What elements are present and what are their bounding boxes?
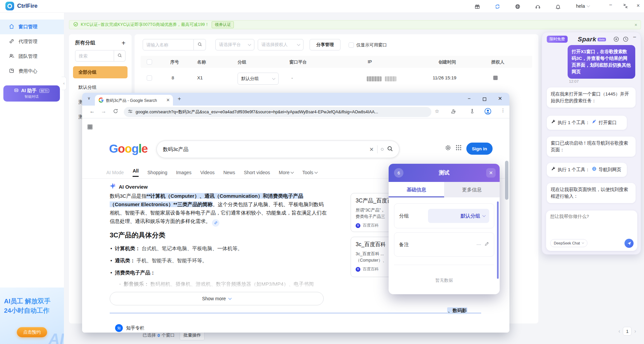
profile-avatar-icon[interactable]	[485, 108, 491, 116]
show-more-button[interactable]: Show more	[110, 292, 324, 305]
window-close-button[interactable]: ×	[637, 3, 640, 9]
modal-close-button[interactable]: ✕	[486, 168, 496, 178]
promo-cta-button[interactable]: 点击预约	[17, 327, 47, 337]
tab-tools[interactable]: Tools	[302, 170, 317, 175]
next-page-icon[interactable]: ›	[634, 328, 636, 334]
banner-close-icon[interactable]: ×	[635, 22, 637, 28]
logo-letter: o	[118, 142, 124, 155]
row-group-select[interactable]: 默认分组	[238, 73, 279, 85]
tab-images[interactable]: Images	[176, 170, 191, 175]
platform-filter-select[interactable]: 请选择平台	[215, 39, 254, 50]
page-number[interactable]: 1	[623, 327, 632, 336]
chrome-close-button[interactable]: ✕	[498, 95, 502, 102]
prev-page-icon[interactable]: ‹	[618, 328, 620, 334]
forward-icon[interactable]: →	[101, 108, 106, 114]
authorizer-filter-select[interactable]: 请选择授权人	[258, 39, 303, 50]
tab-short-videos[interactable]: Short videos	[244, 170, 270, 175]
sidebar-item-team[interactable]: 团队管理	[0, 49, 64, 64]
google-query-input[interactable]	[163, 147, 366, 152]
send-button[interactable]	[624, 239, 634, 248]
tab-close-icon[interactable]: ✕	[166, 98, 170, 103]
tab-shopping[interactable]: Shopping	[147, 170, 167, 175]
gift-icon[interactable]	[474, 3, 480, 10]
group-field-label: 分组	[399, 213, 409, 219]
new-tab-button[interactable]: +	[178, 95, 181, 102]
sidebar-item-proxy[interactable]: 代理管理	[0, 34, 64, 49]
user-menu[interactable]: hela	[576, 3, 589, 9]
citation-link-icon[interactable]	[212, 219, 219, 227]
divider	[110, 313, 481, 313]
search-icon[interactable]	[387, 146, 393, 153]
window-restore-button[interactable]	[623, 4, 628, 10]
mic-icon[interactable]	[381, 148, 384, 151]
select-all-checkbox[interactable]	[147, 59, 152, 65]
chrome-minimize-button[interactable]: −	[468, 95, 471, 101]
tab-more-info[interactable]: 更多信息	[444, 182, 500, 197]
tab-news[interactable]: News	[223, 170, 235, 175]
add-group-button[interactable]: +	[121, 40, 126, 46]
window-minimize-button[interactable]: −	[609, 2, 612, 8]
group-search-input[interactable]	[75, 50, 114, 62]
globe-icon[interactable]	[514, 3, 521, 10]
tab-ai-mode[interactable]: AI Mode	[106, 170, 124, 175]
spark-beta-badge: Beta	[598, 38, 606, 41]
tab-search-chevron-icon[interactable]: ∨	[87, 96, 91, 101]
tab-all[interactable]: All	[133, 168, 139, 177]
selected-count: 0	[157, 333, 160, 338]
col-ip: IP	[368, 59, 372, 64]
history-clock-icon[interactable]	[623, 36, 629, 43]
modal-scrollbar-thumb[interactable]	[497, 201, 499, 279]
group-item-all[interactable]: 全部分组	[73, 66, 128, 78]
chat-input[interactable]	[550, 214, 633, 219]
row-checkbox[interactable]	[147, 75, 152, 81]
omnibox[interactable]: google.com/search?q=数码3c产品&sca_esv=e0a4a…	[124, 107, 431, 117]
apps-grid-icon[interactable]	[456, 145, 462, 152]
name-filter-input[interactable]	[143, 39, 194, 50]
sign-in-button[interactable]: Sign in	[466, 143, 493, 155]
group-field-select[interactable]: 默认分组	[428, 209, 489, 223]
extensions-puzzle-icon[interactable]	[451, 109, 456, 115]
model-select[interactable]: DeepSeek Chat	[550, 239, 587, 247]
user-name: hela	[576, 3, 585, 9]
share-manage-button[interactable]: 分享管理	[310, 39, 341, 50]
sidebar-collapse-handle[interactable]: ‹	[62, 77, 67, 90]
tool-call-message: 执行 1 个工具： 打开窗口	[547, 116, 627, 130]
group-item-default[interactable]: 默认分组	[73, 82, 128, 93]
reload-icon[interactable]	[113, 109, 118, 115]
result-source[interactable]: 知 知乎专栏	[115, 324, 144, 332]
chrome-restore-button[interactable]	[482, 97, 487, 103]
chrome-menu-icon[interactable]: ⋮	[501, 108, 505, 113]
promo-banner[interactable]: AI员工 解放双手 24小时自动工作 点击预约 AI	[0, 288, 64, 344]
tab-videos[interactable]: Videos	[200, 170, 215, 175]
headset-icon[interactable]	[534, 3, 541, 10]
new-chat-icon[interactable]	[613, 36, 619, 43]
banner-action-button[interactable]: 领券认证	[212, 21, 234, 28]
google-logo[interactable]: Google	[109, 142, 148, 155]
grid-icon[interactable]	[87, 124, 93, 131]
sidebar-item-billing[interactable]: 费用中心	[0, 64, 64, 79]
settings-gear-icon[interactable]	[445, 145, 451, 152]
group-field-value: 默认分组	[461, 213, 480, 219]
chrome-tab[interactable]: 数码3c产品 - Google Search ✕	[95, 95, 173, 106]
scrollbar-thumb[interactable]	[505, 161, 508, 200]
bell-icon[interactable]	[554, 3, 561, 10]
sync-icon[interactable]	[494, 3, 501, 10]
only-available-checkbox[interactable]	[349, 42, 354, 48]
back-icon[interactable]: ←	[90, 108, 95, 114]
ai-overview-paragraph: 数码3C产品是指**计算机（Computer）、通讯（Communication…	[110, 192, 328, 227]
site-settings-icon[interactable]	[128, 109, 133, 115]
page-scrollbar[interactable]	[505, 118, 509, 333]
bookmark-star-icon[interactable]: ☆	[435, 108, 439, 114]
google-searchbox[interactable]: ✕	[156, 141, 399, 158]
group-search-button[interactable]	[114, 50, 126, 62]
edit-pencil-icon[interactable]	[485, 241, 489, 247]
collapse-panel-icon[interactable]: −	[633, 34, 636, 41]
tab-more[interactable]: More	[279, 170, 294, 175]
tab-basic-info[interactable]: 基础信息	[389, 182, 444, 197]
table-row[interactable]: 8 X1 默认分组 - 11/26 15:19	[141, 70, 532, 87]
beaker-icon[interactable]	[470, 109, 475, 115]
sidebar-item-windows[interactable]: 窗口管理	[0, 20, 64, 34]
clear-search-icon[interactable]: ✕	[369, 146, 374, 153]
name-filter-search-button[interactable]	[194, 39, 206, 50]
sidebar-item-ai-assistant[interactable]: AI 助手 BETA 智能对话	[3, 85, 60, 102]
